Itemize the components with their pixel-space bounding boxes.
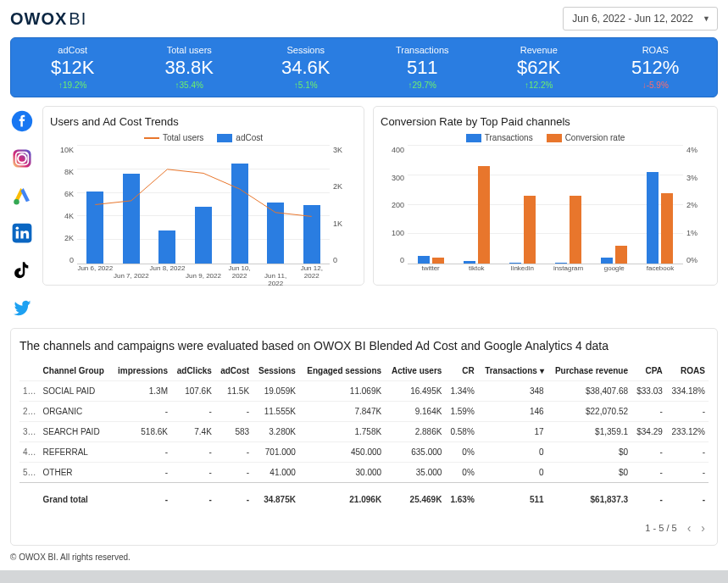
bars [408, 146, 683, 264]
bar [478, 166, 490, 264]
google-ads-icon[interactable] [10, 184, 34, 208]
table-row[interactable]: 2…ORGANIC---11.555K7.847K9.164K1.59%146$… [19, 402, 709, 422]
bar [418, 256, 430, 264]
col-header[interactable]: adCost [215, 361, 253, 381]
bar [615, 246, 627, 264]
kpi-card[interactable]: Transactions 511 29.7% [364, 45, 481, 90]
kpi-delta: -5.9% [597, 81, 714, 90]
bar [570, 196, 581, 264]
svg-rect-7 [16, 231, 19, 239]
pager-text: 1 - 5 / 5 [645, 523, 676, 533]
kpi-title: Revenue [481, 45, 597, 55]
kpi-value: 34.6K [247, 57, 364, 79]
facebook-icon[interactable] [10, 109, 34, 133]
kpi-delta: 19.2% [14, 81, 131, 90]
kpi-value: $12K [14, 57, 131, 79]
table-caption: The channels and campaigns were evaluate… [19, 339, 709, 353]
kpi-delta: 5.1% [247, 81, 364, 90]
legend-item: Transactions [466, 133, 533, 142]
svg-point-5 [14, 199, 19, 205]
kpi-card[interactable]: Revenue $62K 12.2% [481, 45, 597, 90]
linkedin-icon[interactable] [10, 221, 34, 245]
pager-prev-icon[interactable]: ‹ [687, 521, 692, 535]
panel-title: Users and Ad Cost Trends [50, 115, 357, 128]
footer-copyright: © OWOX BI. All rights reserved. [10, 546, 718, 570]
kpi-value: 511 [364, 57, 481, 79]
bar [647, 172, 659, 264]
kpi-value: $62K [481, 57, 597, 79]
bar [432, 258, 444, 264]
col-header[interactable]: impressions [111, 361, 171, 381]
chart-users-adcost: 10K8K6K4K2K03K2K1K0Jun 6, 2022Jun 7, 202… [53, 146, 353, 281]
col-header[interactable]: adClicks [171, 361, 215, 381]
y-axis-left: 4003002001000 [384, 146, 404, 264]
twitter-icon[interactable] [10, 296, 34, 319]
chart-conversion: 40030020010004%3%2%1%0%twittertiktoklink… [384, 146, 707, 281]
col-header[interactable]: Channel Group [40, 361, 112, 381]
y-axis-left: 10K8K6K4K2K0 [53, 146, 74, 264]
tiktok-icon[interactable] [10, 258, 34, 282]
kpi-delta: 29.7% [364, 81, 481, 90]
bar [601, 258, 613, 264]
kpi-title: Sessions [247, 45, 364, 55]
kpi-card[interactable]: Total users 38.8K 35.4% [131, 45, 248, 90]
kpi-card[interactable]: ROAS 512% -5.9% [597, 45, 714, 90]
chevron-down-icon: ▼ [703, 14, 710, 23]
col-header[interactable]: Transactions ▾ [478, 361, 547, 381]
kpi-value: 512% [597, 57, 714, 79]
col-header[interactable]: Sessions [253, 361, 299, 381]
table-row[interactable]: 3…SEARCH PAID518.6K7.4K5833.280K1.758K2.… [19, 422, 709, 442]
bar [464, 261, 475, 264]
x-axis: Jun 6, 2022Jun 7, 2022Jun 8, 2022Jun 9, … [77, 264, 330, 281]
channels-table: Channel GroupimpressionsadClicksadCostSe… [19, 361, 709, 516]
date-range-text: Jun 6, 2022 - Jun 12, 2022 [572, 13, 693, 25]
kpi-value: 38.8K [131, 57, 248, 79]
line-overlay [77, 146, 330, 264]
kpi-title: Total users [131, 45, 248, 55]
panel-conversion: Conversion Rate by Top Paid channels Tra… [373, 106, 718, 286]
logo: OWOXBI [10, 9, 86, 29]
kpi-delta: 35.4% [131, 81, 248, 90]
svg-point-8 [16, 227, 19, 230]
table-total-row: Grand total---34.875K21.096K25.469K1.63%… [19, 483, 709, 517]
bar [661, 193, 673, 264]
y-axis-right: 4%3%2%1%0% [686, 146, 707, 264]
bar [555, 263, 567, 264]
instagram-icon[interactable] [10, 147, 34, 170]
kpi-card[interactable]: Sessions 34.6K 5.1% [247, 45, 364, 90]
kpi-title: Transactions [364, 45, 481, 55]
table-pager: 1 - 5 / 5 ‹ › [19, 516, 709, 540]
bottom-bar: Looker Studio Data sources: 4 [0, 570, 728, 583]
table-row[interactable]: 5…OTHER---41.00030.00035.0000%0$0-- [19, 463, 709, 483]
kpi-card[interactable]: adCost $12K 19.2% [14, 45, 131, 90]
logo-main: OWOX [10, 9, 67, 28]
pager-next-icon[interactable]: › [701, 521, 705, 535]
table-row[interactable]: 1…SOCIAL PAID1.3M107.6K11.5K19.059K11.06… [19, 381, 709, 402]
col-header[interactable]: CPA [631, 361, 666, 381]
social-rail [10, 106, 34, 319]
x-axis: twittertiktoklinkedininstagramgoogleface… [408, 264, 683, 281]
table-row[interactable]: 4…REFERRAL---701.000450.000635.0000%0$0-… [19, 442, 709, 463]
panel-title: Conversion Rate by Top Paid channels [381, 115, 710, 128]
legend-item: adCost [217, 133, 263, 142]
col-header[interactable]: Purchase revenue [547, 361, 631, 381]
kpi-bar: adCost $12K 19.2% Total users 38.8K 35.4… [10, 37, 718, 97]
table-panel: The channels and campaigns were evaluate… [10, 328, 718, 546]
kpi-title: ROAS [597, 45, 714, 55]
col-header[interactable]: CR [445, 361, 477, 381]
kpi-title: adCost [14, 45, 131, 55]
date-range-picker[interactable]: Jun 6, 2022 - Jun 12, 2022 ▼ [563, 7, 718, 31]
y-axis-right: 3K2K1K0 [333, 146, 353, 264]
panel-users-adcost: Users and Ad Cost Trends Total users adC… [42, 106, 364, 286]
bar [509, 263, 521, 264]
legend-item: Total users [144, 133, 203, 142]
col-header[interactable]: Active users [385, 361, 445, 381]
col-header[interactable]: ROAS [666, 361, 709, 381]
kpi-delta: 12.2% [481, 81, 597, 90]
legend-item: Conversion rate [547, 133, 625, 142]
bar [524, 196, 536, 264]
col-header[interactable]: Engaged sessions [299, 361, 385, 381]
logo-sub: BI [69, 9, 86, 28]
